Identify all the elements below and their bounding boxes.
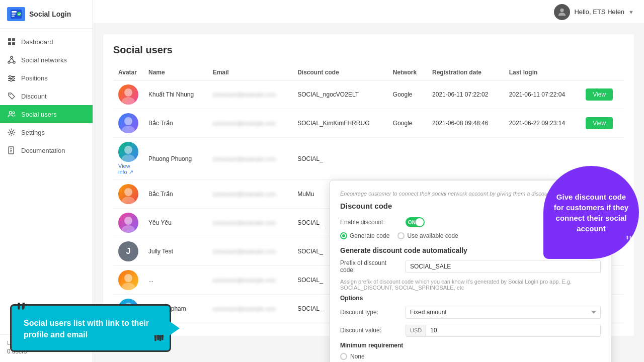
prefix-input[interactable] — [406, 260, 601, 273]
topbar: Hello, ETS Helen ▼ — [93, 0, 644, 24]
user-name-cell: Phuong Phuong — [143, 138, 208, 180]
svg-point-21 — [10, 94, 11, 95]
col-discount: Discount code — [292, 65, 388, 80]
svg-point-11 — [13, 61, 15, 63]
sidebar-item-dashboard[interactable]: Dashboard — [0, 33, 93, 51]
user-name-cell: Jully Test — [143, 237, 208, 266]
user-email-cell: someuser@example.com — [208, 295, 292, 323]
chevron-down-icon: ▼ — [628, 9, 634, 15]
col-network: Network — [388, 65, 427, 80]
svg-point-22 — [10, 112, 12, 114]
prefix-hint: Assign prefix of discount code which you… — [340, 279, 601, 291]
view-button[interactable]: View — [586, 117, 613, 129]
svg-point-30 — [124, 88, 132, 97]
avatar — [118, 84, 138, 105]
bubble-purple: " Give discount code for customers if th… — [543, 166, 639, 259]
avatar: J — [118, 241, 138, 261]
generate-code-option[interactable]: Generate code — [340, 232, 389, 239]
table-row: View info ↗Phuong Phuongsomeuser@example… — [113, 138, 624, 180]
social-networks-icon — [7, 55, 16, 64]
prefix-label: Prefix of discount code: — [340, 259, 400, 274]
avatar-cell: View info ↗ — [113, 138, 143, 180]
avatar-cell — [113, 180, 143, 209]
col-avatar: Avatar — [113, 65, 143, 80]
purple-quote-open: " — [549, 171, 555, 188]
sidebar-item-discount[interactable]: Discount — [0, 87, 93, 105]
avatar — [118, 270, 138, 290]
none-label: None — [350, 353, 365, 360]
sidebar-item-positions-label: Positions — [21, 74, 48, 82]
avatar — [118, 213, 138, 233]
svg-rect-2 — [12, 14, 16, 15]
svg-rect-1 — [12, 11, 17, 13]
main-area: Hello, ETS Helen ▼ Social users Avatar N… — [93, 0, 644, 362]
col-reg-date: Registration date — [427, 65, 504, 80]
svg-point-24 — [11, 131, 13, 134]
user-email-cell: someuser@example.com — [208, 180, 292, 209]
prefix-row: Prefix of discount code: — [340, 259, 601, 274]
svg-rect-6 — [12, 38, 15, 41]
sidebar-item-discount-label: Discount — [21, 93, 47, 100]
svg-point-4 — [17, 12, 21, 16]
generate-code-label: Generate code — [350, 232, 389, 239]
user-name: Hello, ETS Helen — [574, 8, 624, 16]
none-option[interactable]: None — [340, 353, 601, 360]
logo-icon — [7, 7, 25, 21]
use-available-option[interactable]: Use available code — [397, 232, 458, 239]
user-name-cell: ... — [143, 266, 208, 295]
settings-icon — [7, 128, 16, 137]
discount-icon — [7, 92, 16, 101]
avatar — [118, 184, 138, 204]
sidebar-item-social-users[interactable]: Social users — [0, 105, 93, 123]
toggle-knob — [416, 218, 424, 226]
view-button[interactable]: View — [586, 88, 613, 101]
user-email-cell: someuser@example.com — [208, 80, 292, 109]
network-cell — [388, 138, 427, 180]
view-info-link[interactable]: View info ↗ — [118, 163, 138, 175]
table-row: Bắc Trầnsomeuser@example.comSOCIAL_KimKi… — [113, 109, 624, 138]
svg-point-20 — [10, 79, 12, 81]
svg-line-12 — [9, 58, 12, 61]
svg-point-39 — [122, 225, 135, 233]
discount-code-cell: SOCIAL_ngocVO2ELT — [292, 80, 388, 109]
generate-code-radio — [340, 232, 347, 239]
action-cell: View — [581, 109, 624, 138]
enable-label: Enable discount: — [340, 219, 400, 226]
quote-close-icon: " — [153, 331, 163, 357]
svg-rect-3 — [12, 16, 15, 17]
discount-currency: USD — [406, 325, 426, 336]
user-menu[interactable]: Hello, ETS Helen ▼ — [554, 4, 634, 20]
bubble-purple-text: Give discount code for customers if they… — [553, 192, 629, 234]
use-available-radio — [397, 232, 405, 239]
content-inner: Social users Avatar Name Email Discount … — [103, 34, 634, 336]
toggle-on-text: ON — [408, 220, 416, 225]
user-name-cell: Bắc Trần — [143, 180, 208, 209]
network-cell: Google — [388, 109, 427, 138]
svg-rect-8 — [12, 42, 15, 45]
user-email-cell: someuser@example.com — [208, 266, 292, 295]
col-last-login: Last login — [504, 65, 581, 80]
svg-rect-7 — [8, 42, 11, 45]
social-users-icon — [7, 110, 16, 119]
user-avatar — [554, 4, 570, 20]
svg-point-35 — [122, 154, 135, 162]
discount-code-cell: SOCIAL_ — [292, 138, 388, 180]
svg-point-36 — [124, 188, 132, 196]
content-area: Social users Avatar Name Email Discount … — [93, 24, 644, 362]
svg-point-9 — [11, 56, 13, 58]
discount-type-select[interactable]: Fixed amount — [406, 306, 601, 319]
svg-point-40 — [124, 274, 132, 282]
network-cell: Google — [388, 80, 427, 109]
app-name: Social Login — [29, 10, 71, 18]
svg-point-38 — [124, 217, 132, 225]
none-radio — [340, 353, 347, 360]
sidebar-item-documentation[interactable]: Documentation — [0, 141, 93, 159]
sidebar-item-settings[interactable]: Settings — [0, 123, 93, 141]
user-email-cell: someuser@example.com — [208, 209, 292, 237]
sidebar-item-positions[interactable]: Positions — [0, 69, 93, 87]
sidebar-item-social-networks[interactable]: Social networks — [0, 51, 93, 69]
discount-type-row: Discount type: Fixed amount — [340, 306, 601, 319]
enable-toggle[interactable]: ON — [406, 217, 425, 227]
min-req-section: Minimum requirement None Minimum purchas… — [340, 342, 601, 362]
reg-date-cell: 2021-06-08 09:48:46 — [427, 109, 504, 138]
